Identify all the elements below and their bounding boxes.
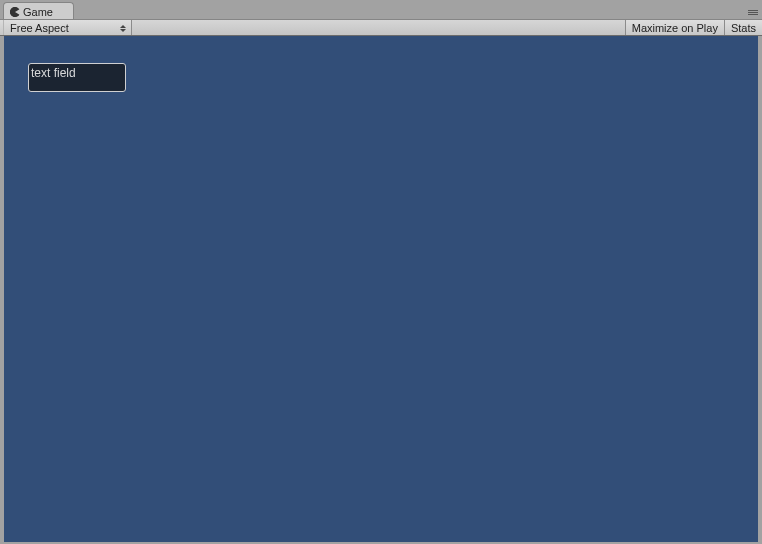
stats-label: Stats <box>731 22 756 34</box>
game-toolbar: Free Aspect Maximize on Play Stats <box>0 19 762 36</box>
aspect-label: Free Aspect <box>10 22 69 34</box>
game-viewport: text field <box>4 36 758 542</box>
tab-label: Game <box>23 6 53 18</box>
pacman-icon <box>10 7 20 17</box>
maximize-on-play-button[interactable]: Maximize on Play <box>625 20 724 35</box>
text-field-value: text field <box>31 66 123 80</box>
text-field[interactable]: text field <box>28 63 126 92</box>
aspect-dropdown[interactable]: Free Aspect <box>3 20 132 35</box>
maximize-label: Maximize on Play <box>632 22 718 34</box>
toolbar-spacer <box>132 20 625 35</box>
panel-options-icon[interactable] <box>746 10 758 17</box>
tab-game[interactable]: Game <box>3 2 74 19</box>
tab-bar: Game <box>0 0 762 19</box>
stats-button[interactable]: Stats <box>724 20 762 35</box>
updown-icon <box>119 22 126 34</box>
